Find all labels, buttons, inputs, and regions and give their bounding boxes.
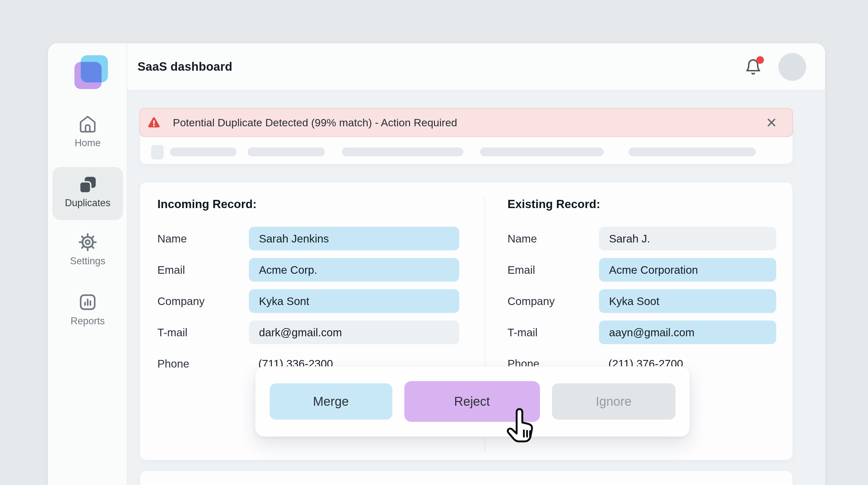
- existing-record-fields: NameSarah J.EmailAcme CorporationCompany…: [507, 227, 776, 383]
- existing-record-title: Existing Record:: [507, 198, 600, 211]
- reject-button[interactable]: Reject: [404, 381, 540, 422]
- main-content: Potential Duplicate Detected (99% match)…: [127, 91, 825, 485]
- sidebar-item-label: Duplicates: [48, 197, 127, 209]
- field-value: Sarah Jenkins: [249, 227, 459, 250]
- logo-square-purple: [74, 62, 101, 89]
- incoming-record-title: Incoming Record:: [157, 198, 257, 211]
- record-field-row: EmailAcme Corp.: [157, 258, 459, 282]
- sidebar-item-label: Home: [48, 137, 127, 149]
- field-value: Kyka Sont: [249, 289, 459, 313]
- field-label: Name: [157, 232, 249, 245]
- duplicates-icon: [48, 167, 127, 197]
- record-field-row: CompanyKyka Sont: [157, 289, 459, 313]
- next-section-card: [140, 470, 793, 485]
- notifications-button[interactable]: [744, 58, 762, 76]
- field-label: Email: [507, 264, 599, 276]
- field-label: Email: [157, 264, 249, 276]
- field-value: aayn@gmail.com: [599, 320, 776, 344]
- page-title: SaaS dashboard: [137, 60, 232, 74]
- gear-icon: [48, 230, 127, 254]
- avatar[interactable]: [778, 53, 806, 81]
- sidebar-item-reports[interactable]: Reports: [48, 290, 127, 327]
- field-label: Name: [507, 232, 599, 245]
- field-value: Kyka Soot: [599, 289, 776, 313]
- top-header: SaaS dashboard: [127, 43, 825, 91]
- record-field-row: NameSarah J.: [507, 227, 776, 250]
- alert-text: Potential Duplicate Detected (99% match)…: [173, 116, 457, 129]
- duplicate-action-popup: Merge Reject Ignore: [255, 366, 690, 437]
- app-window: Home Duplicates: [48, 43, 825, 485]
- record-field-row: CompanyKyka Soot: [507, 289, 776, 313]
- sidebar-item-home[interactable]: Home: [48, 112, 127, 149]
- sidebar-item-label: Settings: [48, 255, 127, 267]
- field-label: T-mail: [507, 326, 599, 339]
- bell-icon: [744, 72, 762, 77]
- skeleton-bar: [170, 147, 237, 156]
- overlapping-squares-logo[interactable]: [74, 55, 112, 93]
- sidebar-item-settings[interactable]: Settings: [48, 230, 127, 267]
- skeleton-chip: [151, 145, 164, 160]
- close-icon[interactable]: [765, 116, 778, 130]
- field-label: Company: [507, 295, 599, 308]
- ignore-button[interactable]: Ignore: [552, 383, 676, 420]
- field-value: Acme Corp.: [249, 258, 459, 282]
- record-field-row: T-maildark@gmail.com: [157, 320, 459, 344]
- field-value: Acme Corporation: [599, 258, 776, 282]
- record-field-row: T-mailaayn@gmail.com: [507, 320, 776, 344]
- sidebar: Home Duplicates: [48, 43, 127, 485]
- incoming-record-fields: NameSarah JenkinsEmailAcme Corp.CompanyK…: [157, 227, 459, 383]
- field-value: dark@gmail.com: [249, 320, 459, 344]
- duplicate-alert-banner: Potential Duplicate Detected (99% match)…: [140, 108, 793, 137]
- skeleton-bar: [248, 147, 325, 156]
- skeleton-bar: [480, 147, 604, 156]
- notification-dot: [756, 56, 764, 64]
- home-icon: [48, 112, 127, 136]
- skeleton-bar: [342, 147, 463, 156]
- field-label: Company: [157, 295, 249, 308]
- merge-button[interactable]: Merge: [270, 383, 392, 420]
- record-field-row: NameSarah Jenkins: [157, 227, 459, 250]
- field-value: Sarah J.: [599, 227, 776, 250]
- field-label: T-mail: [157, 326, 249, 339]
- field-label: Phone: [157, 358, 249, 370]
- skeleton-bar: [629, 147, 756, 156]
- bar-chart-icon: [48, 290, 127, 314]
- warning-triangle-icon: [147, 116, 161, 130]
- record-field-row: EmailAcme Corporation: [507, 258, 776, 282]
- sidebar-item-duplicates[interactable]: Duplicates: [48, 167, 127, 220]
- sidebar-item-label: Reports: [48, 315, 127, 327]
